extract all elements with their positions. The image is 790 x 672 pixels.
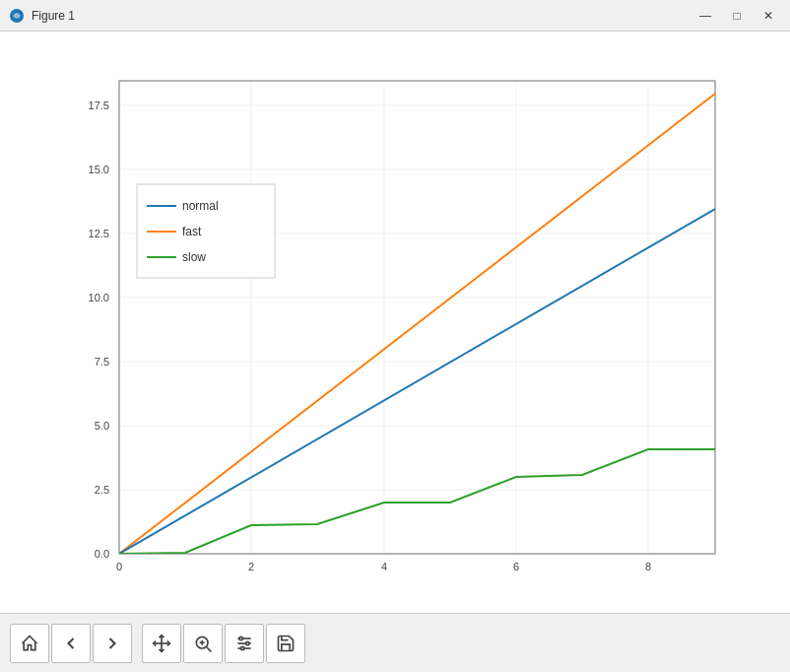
y-tick-75: 7.5 bbox=[95, 356, 109, 368]
chart-svg: 0.0 2.5 5.0 7.5 10.0 12.5 15.0 17.5 0 2 … bbox=[50, 66, 740, 578]
save-button[interactable] bbox=[266, 624, 305, 663]
zoom-button[interactable] bbox=[183, 624, 223, 663]
svg-point-27 bbox=[239, 637, 242, 639]
x-tick-4: 4 bbox=[381, 561, 387, 572]
svg-rect-1 bbox=[119, 81, 715, 554]
window-controls: — □ ✕ bbox=[691, 5, 782, 27]
y-tick-150: 15.0 bbox=[89, 164, 109, 175]
x-tick-8: 8 bbox=[645, 561, 651, 572]
x-tick-6: 6 bbox=[513, 561, 519, 572]
svg-point-29 bbox=[241, 646, 244, 649]
app-icon bbox=[8, 7, 26, 25]
home-button[interactable] bbox=[10, 624, 49, 663]
minimize-button[interactable]: — bbox=[691, 5, 719, 27]
y-tick-0: 0.0 bbox=[95, 548, 109, 560]
svg-line-21 bbox=[207, 646, 212, 651]
close-button[interactable]: ✕ bbox=[755, 5, 782, 27]
maximize-button[interactable]: □ bbox=[723, 5, 751, 27]
back-button[interactable] bbox=[51, 624, 91, 663]
move-button[interactable] bbox=[142, 624, 181, 663]
chart-area: 0.0 2.5 5.0 7.5 10.0 12.5 15.0 17.5 0 2 … bbox=[0, 32, 790, 613]
window-title: Figure 1 bbox=[32, 9, 691, 23]
legend-fast-label: fast bbox=[182, 225, 202, 238]
y-tick-100: 10.0 bbox=[89, 292, 109, 303]
y-tick-50: 5.0 bbox=[95, 420, 109, 432]
svg-point-28 bbox=[246, 641, 249, 644]
chart-container: 0.0 2.5 5.0 7.5 10.0 12.5 15.0 17.5 0 2 … bbox=[50, 66, 740, 578]
toolbar bbox=[0, 613, 790, 672]
settings-button[interactable] bbox=[225, 624, 264, 663]
y-tick-25: 2.5 bbox=[95, 484, 109, 496]
legend-slow-label: slow bbox=[182, 250, 206, 264]
titlebar: Figure 1 — □ ✕ bbox=[0, 0, 790, 32]
forward-button[interactable] bbox=[93, 624, 132, 663]
x-tick-0: 0 bbox=[116, 561, 122, 572]
y-tick-125: 12.5 bbox=[89, 228, 109, 239]
y-tick-175: 17.5 bbox=[89, 100, 109, 111]
legend-normal-label: normal bbox=[182, 199, 219, 213]
x-tick-2: 2 bbox=[248, 561, 254, 572]
